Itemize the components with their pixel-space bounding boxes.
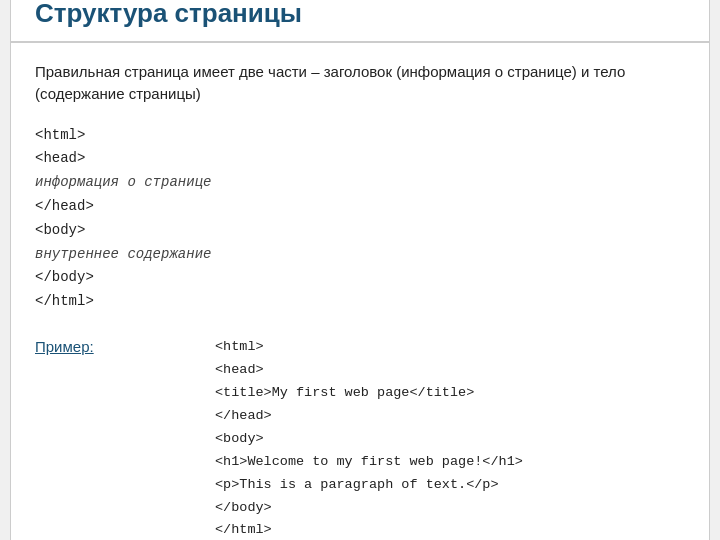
- example-section: Пример: <html> <head> <title>My first we…: [35, 336, 685, 540]
- example-code: <html> <head> <title>My first web page</…: [215, 336, 523, 540]
- code-block: <html> <head> информация о странице </he…: [35, 124, 685, 314]
- slide: Структура страницы Правильная страница и…: [10, 0, 710, 540]
- example-label[interactable]: Пример:: [35, 336, 155, 355]
- slide-title: Структура страницы: [11, 0, 709, 43]
- description: Правильная страница имеет две части – за…: [35, 61, 685, 106]
- slide-body: Правильная страница имеет две части – за…: [11, 43, 709, 540]
